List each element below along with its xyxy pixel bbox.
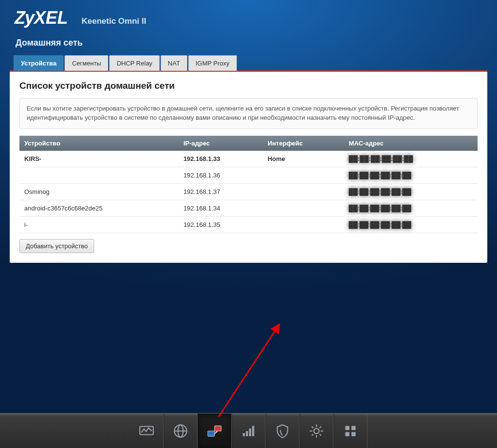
svg-rect-6 [215,426,221,431]
toolbar-signal-icon[interactable] [232,414,265,448]
svg-line-17 [312,426,313,428]
content-panel: Список устройств домашней сети Если вы х… [10,70,487,263]
svg-rect-10 [249,428,251,436]
toolbar-network-icon[interactable] [198,414,232,448]
svg-rect-5 [208,431,215,436]
col-interface[interactable]: Интерфейс [263,136,344,151]
tab-устройства[interactable]: Устройства [14,55,64,71]
app-frame: ZyXEL Keenetic Omni II Домашняя сеть Уст… [0,0,497,413]
cell-device: і- [19,216,179,233]
svg-line-20 [319,426,321,428]
svg-point-12 [314,428,319,433]
cell-mac: ██:██:██:██:██:██ [344,200,478,216]
devices-table: Устройство IP-адрес Интерфейс MAC-адрес … [19,136,478,233]
table-row[interactable]: KIRS-192.168.1.33Home██:██:██:██:██:██ [19,151,478,167]
cell-iface [263,183,344,200]
svg-rect-24 [351,432,356,436]
table-row[interactable]: Osminog192.168.1.37██:██:██:██:██:██ [19,183,478,200]
cell-iface [263,200,344,216]
col-ip[interactable]: IP-адрес [179,136,263,151]
svg-line-0 [218,325,279,417]
tab-nat[interactable]: NAT [161,55,187,71]
svg-rect-21 [345,426,349,430]
table-row[interactable]: 192.168.1.36██:██:██:██:██:██ [19,167,478,183]
add-device-button[interactable]: Добавить устройство [19,239,94,253]
table-row[interactable]: android-c3657c6c68e2de25192.168.1.34██:█… [19,200,478,216]
brand-logo: ZyXEL [15,8,68,28]
table-row[interactable]: і-192.168.1.35██:██:██:██:██:██ [19,216,478,233]
cell-mac: ██:██:██:██:██:██ [344,216,478,233]
tab-сегменты[interactable]: Сегменты [65,55,108,71]
cell-ip: 192.168.1.37 [179,183,263,200]
cell-device: KIRS- [19,151,179,167]
svg-rect-9 [246,431,248,436]
cell-mac: ██:██:██:██:██:██ [344,167,478,183]
bottom-toolbar [0,413,497,448]
cell-ip: 192.168.1.35 [179,216,263,233]
cell-mac: ██:██:██:██:██:██ [344,151,478,167]
cell-ip: 192.168.1.34 [179,200,263,216]
svg-rect-8 [243,433,245,436]
cell-device: Osminog [19,183,179,200]
annotation-arrow [211,320,289,422]
page-title: Домашняя сеть [10,37,487,55]
tab-bar: УстройстваСегментыDHCP RelayNATIGMP Prox… [10,55,487,70]
header: ZyXEL Keenetic Omni II [10,5,487,37]
cell-ip: 192.168.1.33 [179,151,263,167]
cell-mac: ██:██:██:██:██:██ [344,183,478,200]
cell-ip: 192.168.1.36 [179,167,263,183]
svg-line-19 [312,434,313,435]
cell-iface: Home [263,151,344,167]
cell-device [19,167,179,183]
svg-rect-11 [252,426,254,436]
svg-line-18 [319,434,321,435]
cell-iface [263,167,344,183]
toolbar-gear-icon[interactable] [299,414,333,448]
svg-line-7 [215,431,217,433]
info-box: Если вы хотите зарегистрировать устройст… [19,98,478,129]
tab-dhcp-relay[interactable]: DHCP Relay [109,55,159,71]
panel-heading: Список устройств домашней сети [19,80,478,91]
cell-device: android-c3657c6c68e2de25 [19,200,179,216]
toolbar-shield-icon[interactable] [265,414,299,448]
col-device[interactable]: Устройство [19,136,179,151]
product-name: Keenetic Omni II [82,16,146,26]
cell-iface [263,216,344,233]
col-mac[interactable]: MAC-адрес [344,136,478,151]
svg-rect-22 [351,426,356,430]
toolbar-monitor-icon[interactable] [130,414,164,448]
tab-igmp-proxy[interactable]: IGMP Proxy [188,55,237,71]
svg-rect-23 [345,432,349,436]
toolbar-apps-icon[interactable] [333,414,367,448]
toolbar-globe-icon[interactable] [164,414,198,448]
